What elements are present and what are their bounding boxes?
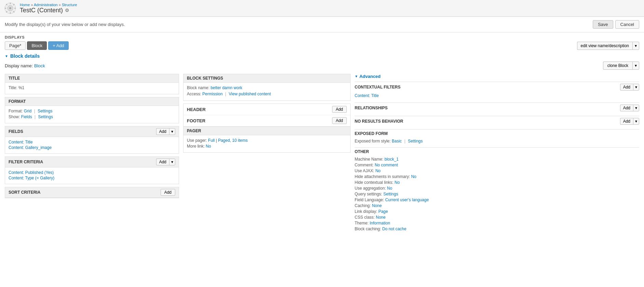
fields-section-body: Content: Title Content: Gallery_image [5,137,179,153]
edit-view-btn: edit view name/description ▾ [577,42,639,50]
advanced-header[interactable]: ▼ Advanced [355,74,639,79]
header-add-button[interactable]: Add [332,106,347,113]
sort-add-button[interactable]: Add [161,189,175,196]
filter-published-link[interactable]: Content: Published (Yes) [9,170,54,175]
fields-add-button[interactable]: Add [156,128,169,135]
footer-row: Footer Add [183,115,350,126]
relationships-add-button[interactable]: Add [620,105,633,111]
exposed-form-settings-link[interactable]: Settings [408,139,423,144]
field-language-row: Field Language: Current user's language [355,197,639,202]
gear-icon[interactable]: ⚙ [65,8,69,13]
filter-criteria-header: Filter Criteria Add ▾ [5,157,179,167]
hide-attachments-row: Hide attachments in summary: No [355,174,639,179]
contextual-filters-title: Contextual Filters Add ▾ [355,82,639,92]
theme-row: Theme: Information [355,221,639,226]
hide-attachments-link[interactable]: No [411,174,416,179]
comment-link[interactable]: No comment [375,163,398,167]
contextual-add-arrow[interactable]: ▾ [633,84,639,91]
no-results-title: No Results Behavior Add ▾ [355,116,639,126]
display-name-link[interactable]: Block [34,63,45,68]
contextual-content-title-link[interactable]: Content: Title [355,93,379,98]
pager-paged-link[interactable]: Paged, 10 items [218,138,248,143]
format-value-link[interactable]: Grid [24,109,32,113]
contextual-filters-section: Contextual Filters Add ▾ Content: Title [355,82,639,100]
cancel-button[interactable]: Cancel [615,20,639,29]
format-settings-link[interactable]: Settings [38,109,52,113]
format-section: Format Format: Grid | Settings Show: Fie… [5,97,179,123]
hide-contextual-row: Hide contextual links: No [355,180,639,185]
block-details-header[interactable]: ▼ Block details [5,53,639,59]
machine-name-link[interactable]: block_1 [384,157,398,162]
fields-section-header: Fields Add ▾ [5,126,179,137]
no-results-add-button[interactable]: Add [620,118,633,125]
middle-column: Block Settings Block name: better damn w… [183,74,351,236]
fields-add-btn: Add ▾ [156,128,175,135]
ajax-row: Use AJAX: No [355,168,639,173]
header-label: Header [187,107,206,112]
contextual-add-button[interactable]: Add [620,84,633,91]
contextual-add-btn: Add ▾ [620,84,639,91]
caching-link[interactable]: None [372,203,382,208]
advanced-collapse-icon: ▼ [355,74,358,78]
header-row: Header Add [183,104,350,115]
exposed-form-style-link[interactable]: Basic [392,139,402,144]
link-display-row: Link display: Page [355,209,639,214]
hide-contextual-link[interactable]: No [395,180,400,185]
block-caching-link[interactable]: Do not cache [382,227,407,231]
block-details-title: Block details [10,53,40,59]
clone-block-button[interactable]: clone Block [603,62,632,70]
no-results-add-arrow[interactable]: ▾ [633,118,639,125]
save-button[interactable]: Save [593,20,613,29]
aggregation-link[interactable]: No [387,186,392,191]
list-item: Content: Gallery_image [9,145,175,150]
pager-body: Use pager: Full | Paged, 10 items More l… [183,135,350,152]
edit-view-arrow[interactable]: ▾ [632,42,639,50]
css-class-link[interactable]: None [376,215,386,220]
field-language-link[interactable]: Current user's language [385,197,429,202]
machine-name-row: Machine Name: block_1 [355,157,639,162]
field-gallery-image-link[interactable]: Content: Gallery_image [9,145,52,150]
filter-type-link[interactable]: Content: Type (= Gallery) [9,176,54,180]
pager-full-link[interactable]: Full [208,138,215,143]
relationships-add-arrow[interactable]: ▾ [633,105,639,111]
filter-criteria-body: Content: Published (Yes) Content: Type (… [5,167,179,184]
block-name-link[interactable]: better damn work [210,85,242,90]
block-settings-section: Block Settings Block name: better damn w… [183,74,351,101]
theme-link[interactable]: Information [370,221,390,226]
block-name-row: Block name: better damn work [187,85,347,90]
list-item: Content: Title [9,140,175,145]
access-permission-link[interactable]: Permission [202,92,222,96]
breadcrumb-administration[interactable]: Administration [34,3,58,7]
relationships-section: Relationships Add ▾ [355,102,639,113]
display-name-row: Display name: Block clone Block ▾ [5,62,639,70]
filter-add-button[interactable]: Add [156,159,169,165]
clone-block-arrow[interactable]: ▾ [632,62,639,70]
footer-add-button[interactable]: Add [332,117,347,124]
fields-add-arrow[interactable]: ▾ [169,128,175,135]
edit-view-name-button[interactable]: edit view name/description [577,42,632,50]
aggregation-row: Use aggregation: No [355,186,639,191]
columns-wrapper: Title Title: %1 Format Format: Gr [5,74,639,236]
tab-page[interactable]: Page* [5,41,26,50]
breadcrumb-home[interactable]: Home [20,3,30,7]
main-content: ▼ Block details Display name: Block clon… [0,50,644,240]
left-column: Title Title: %1 Format Format: Gr [5,74,179,236]
more-link-row: More link: No [187,144,347,149]
title-section: Title Title: %1 [5,74,179,94]
breadcrumb-structure[interactable]: Structure [62,3,77,7]
no-results-add-btn: Add ▾ [620,118,639,125]
filter-add-arrow[interactable]: ▾ [169,159,175,165]
advanced-label: Advanced [359,74,381,79]
add-display-button[interactable]: + Add [48,41,69,50]
view-published-link[interactable]: View published content [229,92,271,96]
show-field-row: Show: Fields | Settings [9,114,175,119]
relationships-add-btn: Add ▾ [620,105,639,111]
field-content-title-link[interactable]: Content: Title [9,140,33,145]
link-display-link[interactable]: Page [378,209,388,214]
ajax-link[interactable]: No [375,168,381,173]
tab-block[interactable]: Block [27,41,47,50]
show-value-link[interactable]: Fields [21,114,32,119]
query-settings-link[interactable]: Settings [383,192,398,196]
show-settings-link[interactable]: Settings [38,114,53,119]
more-link-value[interactable]: No [206,144,211,149]
